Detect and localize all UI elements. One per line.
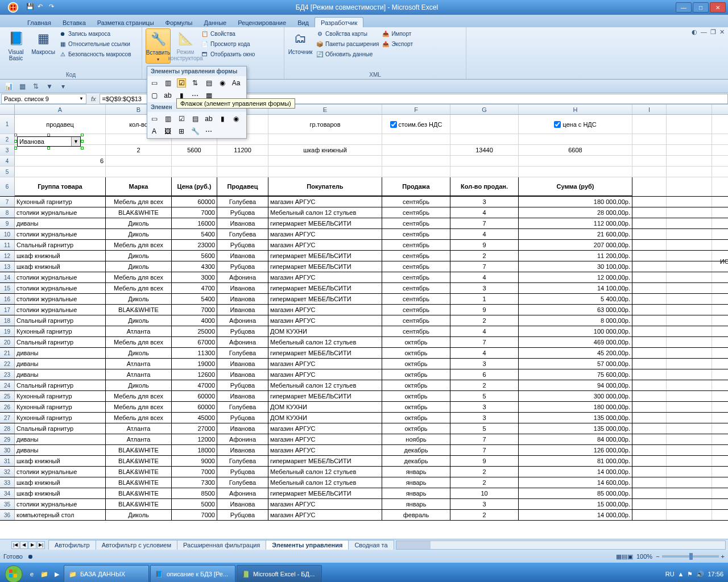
cell[interactable]: сентябрь — [382, 218, 450, 228]
cell[interactable]: Кухонный гарнитур — [15, 326, 106, 336]
cell[interactable]: октябрь — [382, 380, 450, 390]
cell[interactable]: магазин АРГУС — [268, 229, 382, 239]
cell[interactable]: Голубева — [217, 456, 268, 466]
minimize-button[interactable]: — — [676, 2, 692, 13]
cell[interactable]: 7 — [450, 337, 519, 347]
cell[interactable]: BLAK&WHITE — [106, 488, 172, 498]
cell[interactable] — [632, 240, 667, 250]
ax-label-icon[interactable]: A — [150, 127, 159, 136]
cell[interactable]: Мебельный салон 12 стульев — [268, 477, 382, 488]
cell[interactable]: Иванова — [217, 359, 268, 369]
select-all-corner[interactable] — [0, 105, 15, 114]
cell[interactable]: Продавец — [217, 177, 268, 196]
ax-scroll-icon[interactable]: ▮ — [218, 114, 227, 123]
cell[interactable]: Покупатель — [268, 177, 382, 196]
cell[interactable] — [632, 115, 667, 134]
cell[interactable]: сентябрь — [382, 326, 450, 336]
cell[interactable]: 11 200,00р. — [519, 251, 632, 261]
cell[interactable]: 10 — [450, 488, 519, 498]
sheet-nav-prev-icon[interactable]: ◀ — [20, 541, 28, 549]
cell[interactable] — [667, 145, 712, 155]
refresh-data[interactable]: 🔄Обновить данные — [315, 49, 379, 59]
cell[interactable]: шкаф книжный — [15, 261, 106, 272]
cell[interactable]: Диколь — [106, 348, 172, 358]
cell[interactable] — [667, 434, 712, 444]
cell[interactable] — [268, 134, 382, 144]
cell[interactable]: сентябрь — [382, 251, 450, 261]
cell[interactable]: Диколь — [106, 229, 172, 239]
cell[interactable]: 2 — [450, 477, 519, 488]
cell[interactable]: октябрь — [382, 348, 450, 358]
cell[interactable]: 6 — [450, 369, 519, 380]
ribbon-tab[interactable]: Рецензирование — [232, 18, 292, 27]
cell[interactable]: октябрь — [382, 337, 450, 347]
ribbon-tab[interactable]: Вид — [292, 18, 315, 27]
cell[interactable]: ДОМ КУХНИ — [268, 413, 382, 423]
cell[interactable] — [106, 167, 172, 177]
cell[interactable]: магазин АРГУС — [268, 445, 382, 455]
media-icon[interactable]: ▶ — [51, 571, 63, 578]
cell[interactable] — [632, 283, 667, 293]
cell[interactable] — [632, 315, 667, 326]
cell[interactable]: Мебельный салон 12 стульев — [268, 467, 382, 477]
cell[interactable] — [632, 413, 667, 423]
cell[interactable]: 75 600,00р. — [519, 369, 632, 380]
cell[interactable]: 12000 — [172, 434, 217, 444]
row-header[interactable]: 19 — [0, 326, 15, 336]
office-button[interactable] — [2, 1, 24, 14]
sheet-nav-first-icon[interactable]: |◀ — [11, 541, 19, 549]
cell[interactable]: цена с НДС — [519, 115, 632, 134]
cell[interactable]: Кухонный гарнитур — [15, 402, 106, 412]
cell[interactable] — [667, 423, 712, 434]
checkbox-price-vat[interactable] — [554, 121, 561, 128]
cell[interactable]: Диколь — [106, 510, 172, 520]
macros-button[interactable]: ▦Макросы — [31, 28, 56, 56]
cell[interactable] — [632, 305, 667, 315]
cell[interactable]: Мебель для всех — [106, 337, 172, 347]
cell[interactable]: 9 — [450, 240, 519, 250]
cell[interactable]: Рубцова — [217, 240, 268, 250]
cell[interactable] — [667, 456, 712, 466]
cell[interactable] — [632, 391, 667, 401]
cell[interactable] — [667, 369, 712, 380]
row-header[interactable]: 22 — [0, 359, 15, 369]
cell[interactable]: 207 000,00р. — [519, 240, 632, 250]
cell[interactable]: Мебельный салон 12 стульев — [268, 207, 382, 218]
col-header[interactable] — [667, 105, 712, 114]
ribbon-tab[interactable]: Данные — [198, 18, 232, 27]
row-header[interactable]: 25 — [0, 391, 15, 401]
cell[interactable] — [667, 261, 712, 272]
cell[interactable]: 4300 — [172, 261, 217, 272]
cell[interactable]: сентябрь — [382, 229, 450, 239]
cell[interactable]: Спальный гарнитур — [15, 337, 106, 347]
cell[interactable]: 14 100,00р. — [519, 283, 632, 293]
cell[interactable]: 5400 — [172, 294, 217, 304]
row-header[interactable]: 20 — [0, 337, 15, 347]
cell[interactable]: Мебель для всех — [106, 413, 172, 423]
cell[interactable]: 45000 — [172, 413, 217, 423]
row-header[interactable]: 24 — [0, 380, 15, 390]
col-header[interactable]: G — [450, 105, 519, 114]
sheet-nav-last-icon[interactable]: ▶| — [37, 541, 45, 549]
sort-icon[interactable]: ⇅ — [31, 81, 41, 92]
cell[interactable] — [268, 167, 382, 177]
cell[interactable]: Цена (руб.) — [172, 177, 217, 196]
cell[interactable]: Атланта — [106, 359, 172, 369]
cell[interactable]: 67000 — [172, 337, 217, 347]
cell[interactable]: 5600 — [172, 145, 217, 155]
zoom-out-icon[interactable]: − — [656, 553, 659, 560]
cell[interactable]: BLAK&WHITE — [106, 499, 172, 509]
cell[interactable] — [667, 229, 712, 239]
taskbar-button[interactable]: 📗 Microsoft Excel - БД... — [237, 565, 322, 582]
cell[interactable]: Афонина — [217, 488, 268, 498]
cell[interactable]: Голубева — [217, 197, 268, 207]
cell[interactable]: столики журнальные — [15, 229, 106, 239]
cell[interactable]: 11200 — [217, 145, 268, 155]
cell[interactable]: Иванова — [217, 391, 268, 401]
row-header[interactable]: 5 — [0, 167, 15, 177]
row-header[interactable]: 36 — [0, 510, 15, 520]
relative-refs[interactable]: ▦Относительные ссылки — [58, 39, 131, 49]
cell[interactable]: 2 — [450, 510, 519, 520]
cell[interactable] — [632, 359, 667, 369]
row-header[interactable]: 8 — [0, 207, 15, 218]
